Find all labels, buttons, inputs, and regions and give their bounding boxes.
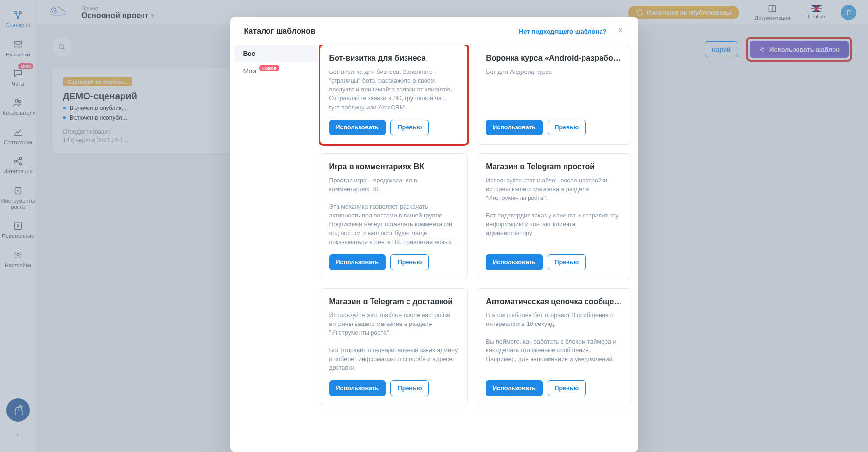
- close-icon: [617, 26, 624, 34]
- use-button[interactable]: Использовать: [329, 380, 386, 396]
- no-matching-template-link[interactable]: Нет подходящего шаблона?: [519, 28, 607, 35]
- template-title: Воронка курса «Android-разрабо…: [486, 54, 621, 63]
- template-description: Бот-визитка для бизнеса. Заполните "стра…: [329, 68, 459, 112]
- template-title: Магазин в Telegram простой: [486, 163, 621, 171]
- modal-title: Каталог шаблонов: [244, 27, 316, 36]
- template-description: Используйте этот шаблон после настройки …: [486, 176, 621, 247]
- templates-modal: Каталог шаблонов Нет подходящего шаблона…: [230, 17, 638, 452]
- template-card: Игра в комментариях ВК Простая игра – пр…: [320, 153, 468, 279]
- preview-button[interactable]: Превью: [548, 254, 586, 270]
- template-title: Бот-визитка для бизнеса: [329, 54, 459, 63]
- new-badge: Новое: [259, 65, 279, 71]
- template-card: Магазин в Telegram простой Используйте э…: [477, 153, 631, 279]
- preview-button[interactable]: Превью: [548, 120, 586, 135]
- use-button[interactable]: Использовать: [329, 254, 386, 270]
- template-card: Бот-визитка для бизнеса Бот-визитка для …: [320, 45, 468, 145]
- template-cards-container[interactable]: Бот-визитка для бизнеса Бот-визитка для …: [317, 45, 634, 452]
- modal-tabs: Все Мои Новое: [234, 45, 317, 452]
- tab-all[interactable]: Все: [234, 45, 317, 62]
- modal-overlay[interactable]: Каталог шаблонов Нет подходящего шаблона…: [0, 0, 868, 452]
- tab-label: Все: [243, 50, 256, 57]
- modal-header: Каталог шаблонов Нет подходящего шаблона…: [230, 17, 638, 41]
- preview-button[interactable]: Превью: [390, 380, 429, 396]
- template-description: В этом шаблоне бот отправит 3 сообщения …: [486, 311, 621, 373]
- preview-button[interactable]: Превью: [548, 380, 586, 396]
- tab-mine[interactable]: Мои Новое: [234, 62, 317, 80]
- template-card: Автоматическая цепочка сообще… В этом ша…: [477, 288, 631, 405]
- tab-label: Мои: [243, 67, 256, 75]
- template-title: Магазин в Telegram с доставкой: [329, 297, 459, 306]
- template-description: Бот для Андроид-курса: [486, 68, 621, 112]
- template-title: Игра в комментариях ВК: [329, 163, 459, 171]
- template-description: Простая игра – предсказания в комментари…: [329, 176, 459, 247]
- use-button[interactable]: Использовать: [486, 380, 542, 396]
- use-button[interactable]: Использовать: [329, 120, 386, 135]
- preview-button[interactable]: Превью: [390, 254, 429, 270]
- template-card: Магазин в Telegram с доставкой Используй…: [320, 288, 468, 405]
- use-button[interactable]: Использовать: [486, 120, 542, 135]
- close-modal-button[interactable]: [617, 26, 624, 36]
- template-title: Автоматическая цепочка сообще…: [486, 297, 621, 306]
- template-description: Используйте этот шаблон после настройки …: [329, 311, 459, 373]
- preview-button[interactable]: Превью: [390, 120, 429, 135]
- template-card: Воронка курса «Android-разрабо… Бот для …: [477, 45, 631, 145]
- use-button[interactable]: Использовать: [486, 254, 542, 270]
